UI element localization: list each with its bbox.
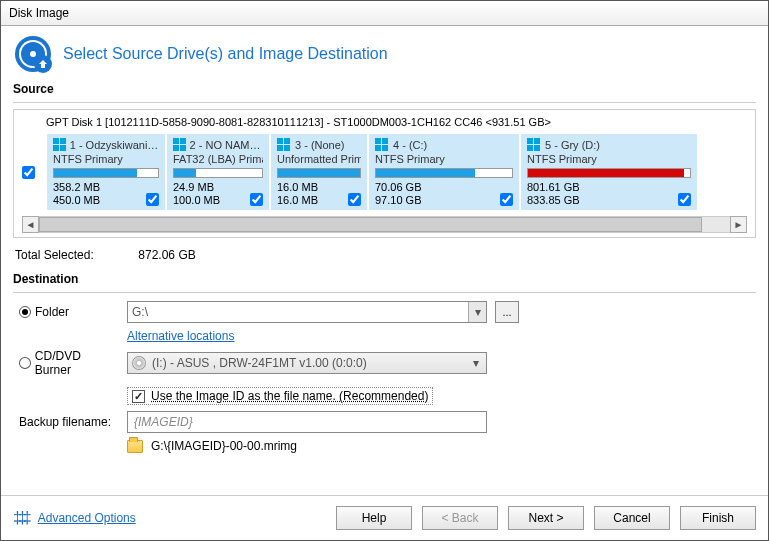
window-title: Disk Image (1, 1, 768, 26)
partition-checkbox[interactable] (678, 193, 691, 206)
chevron-down-icon[interactable]: ▾ (468, 355, 484, 371)
backup-filename-input[interactable] (127, 411, 487, 433)
partition-card[interactable]: 5 - Gry (D:)NTFS Primary801.61 GB833.85 … (521, 134, 697, 210)
folder-path-combo[interactable]: G:\ ▾ (127, 301, 487, 323)
windows-icon (53, 138, 66, 152)
total-selected-label: Total Selected: (15, 248, 135, 262)
partition-fs: NTFS Primary (53, 153, 159, 165)
source-panel: GPT Disk 1 [1012111D-5858-9090-8081-8283… (13, 109, 756, 238)
use-imageid-label: Use the Image ID as the file name. (Reco… (151, 389, 428, 403)
partition-card[interactable]: 3 - (None)Unformatted Primary16.0 MB16.0… (271, 134, 367, 210)
partition-name: 5 - Gry (D:) (545, 139, 600, 151)
usage-bar (277, 168, 361, 178)
source-section-label: Source (13, 82, 756, 96)
partition-sizes: 70.06 GB97.10 GB (375, 181, 421, 206)
divider (13, 292, 756, 293)
chevron-down-icon[interactable]: ▾ (468, 302, 486, 322)
usage-bar (375, 168, 513, 178)
cancel-button[interactable]: Cancel (594, 506, 670, 530)
footer-bar: ‡‡‡ Advanced Options Help < Back Next > … (1, 495, 768, 540)
disk-checkbox-wrap (22, 134, 39, 210)
total-selected-row: Total Selected: 872.06 GB (15, 248, 756, 262)
page-header: Select Source Drive(s) and Image Destina… (13, 34, 756, 74)
help-button[interactable]: Help (336, 506, 412, 530)
disk-header-text: GPT Disk 1 [1012111D-5858-9090-8081-8283… (46, 116, 747, 128)
divider (13, 102, 756, 103)
folder-path-value: G:\ (132, 305, 148, 319)
windows-icon (527, 138, 541, 152)
partition-sizes: 358.2 MB450.0 MB (53, 181, 100, 206)
next-button[interactable]: Next > (508, 506, 584, 530)
content-area: Select Source Drive(s) and Image Destina… (1, 26, 768, 495)
scroll-track[interactable] (39, 216, 730, 233)
use-imageid-row[interactable]: Use the Image ID as the file name. (Reco… (127, 387, 433, 405)
partition-sizes: 16.0 MB16.0 MB (277, 181, 318, 206)
windows-icon (375, 138, 389, 152)
output-path-preview: G:\{IMAGEID}-00-00.mrimg (151, 439, 297, 453)
partition-card[interactable]: 2 - NO NAME (NFAT32 (LBA) Primary24.9 MB… (167, 134, 269, 210)
partition-fs: FAT32 (LBA) Primary (173, 153, 263, 165)
folder-radio-label: Folder (35, 305, 69, 319)
disk-image-icon (13, 34, 53, 74)
folder-icon (127, 440, 143, 453)
use-imageid-checkbox[interactable] (132, 390, 145, 403)
advanced-options-link[interactable]: Advanced Options (38, 511, 136, 525)
partitions-list: 1 - Odzyskiwanie (NNTFS Primary358.2 MB4… (47, 134, 747, 210)
burner-radio[interactable] (19, 357, 31, 369)
partition-card[interactable]: 4 - (C:)NTFS Primary70.06 GB97.10 GB (369, 134, 519, 210)
total-selected-value: 872.06 GB (138, 248, 195, 262)
burner-value: (I:) - ASUS , DRW-24F1MT v1.00 (0:0:0) (152, 356, 367, 370)
burner-combo[interactable]: (I:) - ASUS , DRW-24F1MT v1.00 (0:0:0) ▾ (127, 352, 487, 374)
burner-radio-label: CD/DVD Burner (35, 349, 119, 377)
page-title: Select Source Drive(s) and Image Destina… (63, 45, 388, 63)
cd-icon (132, 356, 146, 370)
windows-icon (277, 138, 291, 152)
finish-button[interactable]: Finish (680, 506, 756, 530)
partition-name: 1 - Odzyskiwanie (N (70, 139, 159, 151)
horizontal-scrollbar[interactable]: ◄ ► (22, 216, 747, 233)
backup-filename-label: Backup filename: (19, 415, 111, 429)
partition-name: 3 - (None) (295, 139, 345, 151)
partition-sizes: 24.9 MB100.0 MB (173, 181, 220, 206)
alternative-locations-link[interactable]: Alternative locations (127, 329, 234, 343)
scroll-right-arrow[interactable]: ► (730, 216, 747, 233)
usage-bar (527, 168, 691, 178)
scroll-thumb[interactable] (39, 217, 702, 232)
disk-image-window: Disk Image Select Source Drive(s) and Im… (0, 0, 769, 541)
partition-checkbox[interactable] (146, 193, 159, 206)
partition-checkbox[interactable] (348, 193, 361, 206)
sliders-icon: ‡‡‡ (13, 509, 28, 527)
folder-radio[interactable] (19, 306, 31, 318)
windows-icon (173, 138, 186, 152)
scroll-left-arrow[interactable]: ◄ (22, 216, 39, 233)
usage-bar (173, 168, 263, 178)
partition-fs: NTFS Primary (375, 153, 513, 165)
partition-name: 4 - (C:) (393, 139, 427, 151)
browse-folder-button[interactable]: ... (495, 301, 519, 323)
partition-fs: NTFS Primary (527, 153, 691, 165)
partition-checkbox[interactable] (500, 193, 513, 206)
back-button[interactable]: < Back (422, 506, 498, 530)
destination-section-label: Destination (13, 272, 756, 286)
partition-fs: Unformatted Primary (277, 153, 361, 165)
partition-card[interactable]: 1 - Odzyskiwanie (NNTFS Primary358.2 MB4… (47, 134, 165, 210)
svg-point-3 (30, 51, 36, 57)
partition-sizes: 801.61 GB833.85 GB (527, 181, 580, 206)
disk-select-checkbox[interactable] (22, 166, 35, 179)
partition-checkbox[interactable] (250, 193, 263, 206)
usage-bar (53, 168, 159, 178)
destination-panel: Folder G:\ ▾ ... Alternative locations C… (13, 299, 756, 459)
partition-name: 2 - NO NAME (N (190, 139, 263, 151)
